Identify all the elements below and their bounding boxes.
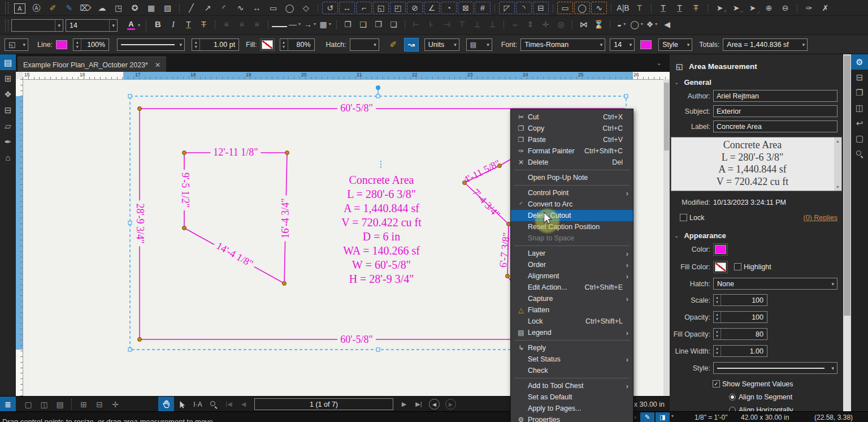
group-icon[interactable]: ❐ <box>340 18 355 31</box>
arc-icon[interactable]: ◜ <box>216 2 232 14</box>
spinner-arrows-icon[interactable]: ▲▼ <box>714 312 721 322</box>
wall-area-icon[interactable]: ⊟ <box>533 2 549 14</box>
font-color-chevron-icon[interactable]: ▾ <box>138 23 140 28</box>
angle-icon[interactable]: ∠ <box>424 2 440 14</box>
menu-item-flatten[interactable]: △Flatten <box>511 304 633 316</box>
crosshair-icon[interactable]: ✛ <box>107 397 123 412</box>
line-width-spinner[interactable]: ▲▼ 1.00 <box>713 345 767 357</box>
menu-item-lock[interactable]: LockCtrl+Shift+L <box>511 316 633 327</box>
previous-page-button[interactable]: ◀ <box>236 401 251 408</box>
fill-opacity-spinner[interactable]: ▲▼ 80% <box>280 38 315 51</box>
polylength-icon[interactable]: ⌐ <box>356 2 372 14</box>
measurements-tab-icon[interactable]: ⊟ <box>851 70 868 85</box>
align-to-segment-radio[interactable] <box>729 394 736 401</box>
line-opacity-spinner[interactable]: ▲▼ 100% <box>73 38 109 51</box>
select-text-icon[interactable]: I·A <box>190 397 206 412</box>
single-page-view-icon[interactable]: ▢ <box>20 397 36 412</box>
measurement-caption[interactable]: Concrete AreaL = 280'-6 3/8"A = 1,440.84… <box>341 173 421 286</box>
insert-text-icon[interactable]: T <box>631 2 648 14</box>
pan-tool-icon[interactable] <box>158 397 174 412</box>
line-style-icon[interactable] <box>272 20 287 33</box>
spinner-arrows-icon[interactable]: ▲▼ <box>714 329 721 339</box>
segment-label[interactable]: 60'-5/8" <box>337 334 376 346</box>
menu-item-properties[interactable]: ⚙Properties <box>511 414 633 422</box>
tab-list-chevron-icon[interactable]: ⌄ <box>657 59 662 67</box>
mode-chevron-icon[interactable]: ▾ <box>671 414 674 419</box>
menu-item-set-as-default[interactable]: Set as Default <box>511 391 633 403</box>
volume-icon[interactable]: ⊠ <box>458 2 474 14</box>
menu-item-paste[interactable]: ❒PasteCtrl+V <box>511 134 633 145</box>
calibrate-icon[interactable]: ↺ <box>322 2 338 14</box>
menu-item-alignment[interactable]: Alignment› <box>511 270 633 282</box>
rectangle-icon[interactable]: ▭ <box>265 2 281 14</box>
font-name-dropdown[interactable]: Times-Roman▾ <box>520 38 605 51</box>
select-add-icon[interactable]: ➤ <box>711 2 728 14</box>
font-color-button[interactable]: A <box>124 19 138 32</box>
font-size-select[interactable]: 14 ▾ <box>66 19 118 32</box>
segment-label[interactable]: 7'-4 3/4" <box>468 185 504 222</box>
line-style-dropdown[interactable]: ▾ <box>117 38 185 51</box>
previous-view-button[interactable]: ◀ <box>429 399 440 410</box>
menu-item-copy[interactable]: ❐CopyCtrl+C <box>511 123 633 134</box>
spinner-arrows-icon[interactable]: ▲▼ <box>280 39 288 50</box>
menu-item-reply[interactable]: ↳Reply <box>511 342 633 354</box>
menu-item-check[interactable]: Check <box>511 365 633 376</box>
fill-color-swatch[interactable] <box>715 262 726 272</box>
vertex-control-points[interactable] <box>138 107 511 342</box>
markup-mode-icon[interactable]: ✎ <box>640 412 654 422</box>
polygon-icon[interactable]: ◇ <box>298 2 314 14</box>
dimension-icon[interactable]: ↔ <box>249 2 265 14</box>
cutout-icon[interactable]: ◸ <box>499 2 515 14</box>
show-segment-values-checkbox[interactable]: ✓ <box>713 380 720 387</box>
bold-icon[interactable]: B <box>150 18 166 30</box>
replies-link[interactable]: (0) Replies <box>804 214 837 222</box>
menu-item-order[interactable]: Order› <box>511 259 633 270</box>
zoom-in-icon[interactable]: ⊕ <box>761 2 777 14</box>
panel-mode-icon[interactable]: ◨ <box>656 412 670 422</box>
select-lasso-icon[interactable]: ➤ <box>744 2 761 14</box>
radius-icon[interactable]: ◔ <box>441 2 457 14</box>
sketch-ellipse-icon[interactable]: ◯ <box>574 2 590 14</box>
highlighter-icon[interactable]: ✐ <box>45 2 61 14</box>
file-access-icon[interactable]: ▤ <box>0 54 16 70</box>
menu-item-capture[interactable]: Capture› <box>511 293 633 304</box>
menu-item-layer[interactable]: Layer› <box>511 248 633 259</box>
style-dropdown[interactable]: Style▾ <box>658 38 692 51</box>
lock-checkbox[interactable] <box>680 214 687 221</box>
chevron-down-icon[interactable]: ▾ <box>109 20 117 31</box>
properties-tab-icon[interactable]: ⚙ <box>851 54 868 70</box>
close-tab-icon[interactable]: ✕ <box>155 61 160 69</box>
strikethrough-icon[interactable]: T <box>196 18 211 31</box>
menu-item-legend[interactable]: ▤Legend› <box>511 327 633 338</box>
pen-markup-icon[interactable]: ✑ <box>801 2 817 14</box>
color-swatch[interactable] <box>715 245 726 254</box>
fill-color-icon[interactable]: ◒ <box>614 18 629 31</box>
stamp-icon[interactable]: ✪ <box>127 2 143 14</box>
highlight-checkbox[interactable] <box>734 263 741 270</box>
text-color-swatch[interactable] <box>640 40 652 49</box>
cloud-icon[interactable]: ☁ <box>94 2 110 14</box>
perimeter-icon[interactable]: ◰ <box>390 2 406 14</box>
fill-color-swatch[interactable] <box>262 40 273 49</box>
caption-layout-dropdown[interactable]: ▤▾ <box>466 38 492 51</box>
segment-label[interactable]: 60'-5/8" <box>337 103 376 114</box>
spinner-arrows-icon[interactable]: ▲▼ <box>714 346 721 356</box>
hatch-dropdown[interactable]: ▾ <box>350 38 379 51</box>
scale-spinner[interactable]: ▲▼ 100 <box>713 294 767 306</box>
eraser-icon[interactable]: ⌦ <box>77 2 94 14</box>
flip-horizontal-icon[interactable]: ⋈ <box>576 18 591 31</box>
zoom-tool-icon[interactable] <box>206 397 222 412</box>
side-by-side-view-icon[interactable]: ◫ <box>36 397 52 412</box>
diameter-icon[interactable]: ⊘ <box>407 2 423 14</box>
length-icon[interactable]: ↔ <box>339 2 355 14</box>
screens-tab-icon[interactable]: ▢ <box>851 131 868 146</box>
first-page-button[interactable]: |◀ <box>222 401 236 408</box>
spinner-arrows-icon[interactable]: ▲▼ <box>714 295 721 305</box>
cutout-polygon[interactable] <box>184 153 287 283</box>
rotate-handle[interactable] <box>376 85 380 90</box>
status-expand-icon[interactable]: › <box>634 414 636 420</box>
hatch-style-icon[interactable]: ▦ <box>318 18 333 31</box>
text-strikethrough-icon[interactable]: T <box>688 2 704 14</box>
insert-page-icon[interactable]: ⊞ <box>76 397 92 412</box>
font-family-select[interactable]: ▾ <box>11 19 63 32</box>
